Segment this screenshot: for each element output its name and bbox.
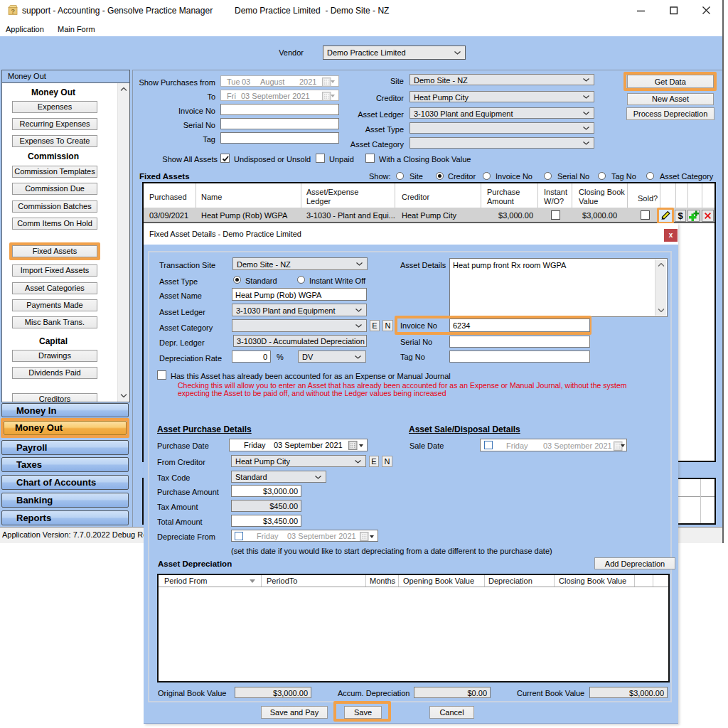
sidebar-item-commission-templates[interactable]: Commission Templates: [12, 166, 97, 178]
col-months[interactable]: Months: [370, 577, 395, 586]
edit-pencil-icon[interactable]: [659, 210, 672, 222]
col-name[interactable]: Name: [201, 193, 222, 202]
scroll-down-icon[interactable]: [658, 309, 664, 312]
sidebar-item-expenses[interactable]: Expenses: [12, 101, 97, 113]
vendor-select[interactable]: Demo Practice Limited: [323, 46, 466, 60]
nav-money-in[interactable]: Money In: [1, 403, 129, 417]
process-depreciation-button[interactable]: Process Depreciation: [626, 107, 714, 120]
unpaid-checkbox[interactable]: [316, 154, 325, 163]
radio-tag-no[interactable]: [598, 172, 606, 180]
undisposed-checkbox[interactable]: [220, 154, 230, 163]
save-and-pay-button[interactable]: Save and Pay: [261, 706, 328, 719]
scroll-up-icon[interactable]: [658, 263, 664, 267]
radio-instant-write-off[interactable]: [297, 276, 305, 284]
col-sold[interactable]: Sold?: [638, 194, 658, 203]
tax-code-select[interactable]: Standard: [231, 471, 326, 483]
asset-category-select[interactable]: [410, 137, 594, 149]
scroll-up-icon[interactable]: [121, 87, 127, 91]
depreciate-from-checkbox[interactable]: [235, 532, 243, 540]
sidebar-item-dividends-paid[interactable]: Dividends Paid: [12, 367, 97, 379]
sidebar-item-drawings[interactable]: Drawings: [12, 350, 97, 362]
sidebar-item-misc-bank-trans[interactable]: Misc Bank Trans.: [12, 316, 97, 328]
add-depreciation-button[interactable]: Add Depreciation: [594, 557, 675, 569]
sidebar-item-creditors[interactable]: Creditors: [12, 393, 97, 402]
asset-name-input[interactable]: Heat Pump (Rob) WGPA: [232, 288, 367, 301]
save-button[interactable]: Save: [344, 706, 382, 719]
radio-asset-category[interactable]: [646, 172, 654, 180]
menu-application[interactable]: Application: [6, 22, 44, 36]
sidebar-item-expenses-to-create[interactable]: Expenses To Create: [12, 135, 97, 147]
radio-standard[interactable]: [233, 276, 241, 284]
radio-creditor[interactable]: [436, 172, 444, 180]
asset-type-select[interactable]: [410, 122, 594, 134]
from-creditor-n-button[interactable]: N: [382, 456, 392, 467]
sidebar-item-comm-items-on-hold[interactable]: Comm Items On Hold: [12, 218, 97, 230]
get-data-button[interactable]: Get Data: [627, 75, 714, 88]
asset-category-e-button[interactable]: E: [370, 320, 380, 331]
col-closing-book-value[interactable]: Closing BookValue: [579, 188, 625, 206]
nav-payroll[interactable]: Payroll: [1, 440, 129, 455]
total-amount-input[interactable]: $3,450.00: [231, 515, 301, 527]
col-closing-book-value[interactable]: Closing Book Value: [559, 577, 626, 586]
col-creditor[interactable]: Creditor: [402, 193, 429, 202]
nav-money-out[interactable]: Money Out: [4, 421, 127, 435]
delete-x-icon[interactable]: [702, 210, 714, 222]
radio-serial-no[interactable]: [544, 172, 552, 180]
invoice-no-input[interactable]: 6234: [449, 318, 590, 332]
maximize-icon[interactable]: [670, 6, 678, 15]
nav-taxes[interactable]: Taxes: [1, 457, 129, 472]
minimize-icon[interactable]: [637, 6, 646, 14]
sidebar-item-import-fixed-assets[interactable]: Import Fixed Assets: [12, 264, 97, 277]
depr-ledger-input[interactable]: 3-1030D - Accumulated Depreciation: [233, 335, 367, 347]
asset-details-textarea[interactable]: Heat pump front Rx room WGPA: [449, 258, 668, 317]
scroll-down-icon[interactable]: [121, 394, 127, 397]
asset-ledger-select[interactable]: 3-1030 Plant and Equipment: [232, 304, 367, 316]
sale-date-picker[interactable]: Friday 03 September 2021: [480, 439, 627, 451]
transaction-site-select[interactable]: Demo Site - NZ: [232, 257, 368, 270]
sidebar-item-asset-categories[interactable]: Asset Categories: [12, 282, 97, 294]
asset-category-n-button[interactable]: N: [382, 320, 393, 331]
col-opening-book-value[interactable]: Opening Book Value: [403, 577, 474, 586]
already-expense-checkbox[interactable]: [157, 370, 166, 380]
purchase-date-picker[interactable]: Friday 03 September 2021: [229, 439, 368, 451]
radio-invoice-no[interactable]: [483, 172, 491, 180]
col-depreciation[interactable]: Depreciation: [488, 577, 532, 586]
col-purchased[interactable]: Purchased: [149, 193, 187, 202]
asset-ledger-select[interactable]: 3-1030 Plant and Equipment: [410, 107, 594, 119]
nav-reports[interactable]: Reports: [1, 510, 129, 525]
asset-row[interactable]: 03/09/2021 Heat Pump (Rob) WGPA 3-1030 -…: [144, 208, 714, 223]
dv-select[interactable]: DV: [298, 350, 366, 363]
sidebar-item-recurring-expenses[interactable]: Recurring Expenses: [12, 118, 97, 130]
depreciate-from-picker[interactable]: Friday 03 September 2021: [231, 530, 378, 542]
pay-dollar-icon[interactable]: $: [675, 210, 686, 222]
nav-banking[interactable]: Banking: [1, 493, 129, 508]
from-creditor-select[interactable]: Heat Pump City: [231, 455, 366, 467]
radio-site[interactable]: [396, 172, 404, 180]
col-ledger[interactable]: Asset/ExpenseLedger: [306, 188, 358, 206]
purchase-amount-input[interactable]: $3,000.00: [231, 485, 301, 497]
col-purchase-amount[interactable]: PurchaseAmount: [487, 188, 520, 206]
sidebar-item-commission-batches[interactable]: Commission Batches: [12, 200, 97, 213]
col-instant-wo[interactable]: InstantW/O?: [544, 188, 567, 206]
sidebar-item-commission-due[interactable]: Commission Due: [12, 183, 97, 195]
cancel-button[interactable]: Cancel: [429, 706, 474, 719]
menu-main-form[interactable]: Main Form: [58, 22, 95, 36]
textarea-scrollbar[interactable]: [655, 259, 666, 316]
depreciation-rate-input[interactable]: 0: [232, 350, 271, 363]
add-plus-icon[interactable]: [687, 210, 700, 222]
sidebar-item-payments-made[interactable]: Payments Made: [12, 299, 97, 311]
new-asset-button[interactable]: New Asset: [627, 93, 714, 105]
sidebar-scrollbar[interactable]: [117, 83, 129, 402]
cell-sold-checkbox[interactable]: [641, 210, 650, 220]
site-select[interactable]: Demo Site - NZ: [410, 74, 594, 85]
close-icon[interactable]: [702, 6, 711, 15]
asset-category-select[interactable]: [232, 319, 367, 332]
tax-amount-input[interactable]: $450.00: [231, 500, 301, 512]
col-period-to[interactable]: PeriodTo: [267, 577, 297, 586]
closing-book-value-checkbox[interactable]: [365, 154, 375, 163]
col-period-from[interactable]: Period From: [164, 577, 208, 586]
sidebar-item-fixed-assets[interactable]: Fixed Assets: [12, 245, 97, 257]
creditor-select[interactable]: Heat Pump City: [410, 91, 594, 102]
from-creditor-e-button[interactable]: E: [369, 456, 379, 467]
serial-no-input[interactable]: [449, 336, 590, 348]
